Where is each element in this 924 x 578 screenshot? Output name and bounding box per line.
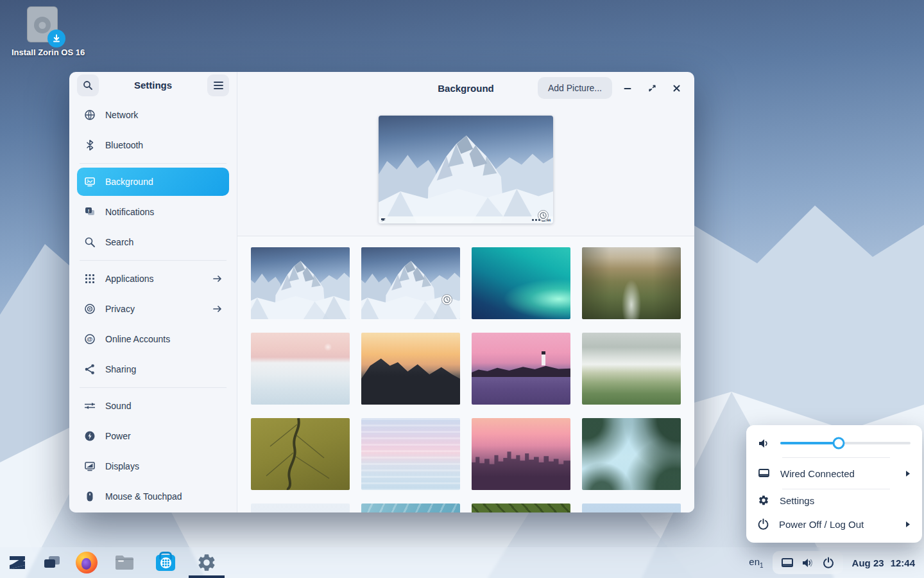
volume-slider-fill: [780, 442, 839, 444]
wallpaper-thumbnail-highway-teal[interactable]: [361, 504, 460, 512]
current-wallpaper-preview: 12:44: [379, 116, 553, 223]
sidebar-item-mouse-touchpad[interactable]: Mouse & Touchpad: [77, 482, 229, 511]
installer-drive-icon: [27, 6, 58, 42]
wallpaper-thumbnail-city-sunset[interactable]: [472, 418, 570, 490]
sidebar-item-privacy[interactable]: Privacy: [77, 295, 229, 323]
chevron-right-icon: [212, 274, 223, 283]
volume-tray-icon: [800, 557, 816, 568]
dynamic-wallpaper-badge-icon: [538, 210, 549, 221]
app-grid-icon: [83, 274, 96, 284]
sidebar-item-sound[interactable]: Sound: [77, 392, 229, 420]
magnifier-icon: [83, 236, 96, 248]
menu-item-settings[interactable]: Settings: [746, 489, 922, 511]
background-panel: Background Add Picture...: [237, 72, 694, 512]
taskbar-settings-button[interactable]: [186, 547, 227, 578]
sidebar-item-background[interactable]: Background: [77, 168, 229, 196]
wallpaper-thumbnail-blue-sky[interactable]: [582, 504, 681, 512]
taskbar-files-button[interactable]: [104, 547, 145, 578]
sidebar-separator: [80, 163, 227, 164]
wallpaper-thumbnail-pastel-sky[interactable]: [361, 418, 460, 490]
sidebar-item-search[interactable]: Search: [77, 228, 229, 256]
volume-slider[interactable]: [780, 442, 911, 444]
bluetooth-icon: [83, 139, 96, 151]
wallpaper-thumbnail-aurora-teal[interactable]: [472, 247, 570, 319]
status-menu-popup: Wired Connected Settings Power Off / Log…: [746, 425, 922, 543]
globe-icon: [83, 109, 96, 121]
power-tray-icon: [820, 557, 837, 568]
taskbar-firefox-button[interactable]: [69, 547, 104, 578]
sidebar-item-applications[interactable]: Applications: [77, 265, 229, 293]
taskbar: en1 Aug 2312:44: [0, 547, 924, 578]
active-app-indicator: [189, 575, 225, 578]
sidebar-item-network[interactable]: Network: [77, 101, 229, 129]
monitor-icon: [83, 460, 96, 472]
wallpaper-thumbnail-lighthouse-pink[interactable]: [472, 333, 570, 405]
taskbar-software-store-button[interactable]: [145, 547, 186, 578]
add-picture-button[interactable]: Add Picture...: [538, 77, 612, 99]
sidebar-item-notifications[interactable]: ! Notifications: [77, 198, 229, 226]
download-badge-icon: [47, 30, 65, 48]
volume-slider-handle[interactable]: [833, 437, 845, 450]
taskbar-window-switcher-button[interactable]: [35, 547, 69, 578]
sidebar-separator: [80, 260, 227, 261]
notification-bubble-icon: !: [83, 206, 96, 218]
menu-item-wired-network[interactable]: Wired Connected: [746, 458, 922, 489]
sidebar-separator: [80, 387, 227, 388]
preview-mini-taskbar: 12:44: [379, 216, 553, 223]
volume-icon: [758, 438, 770, 449]
maximize-button[interactable]: [643, 79, 661, 97]
wallpaper-thumbnail-mountain-snow[interactable]: [251, 247, 350, 319]
wallpaper-thumbnail-mountain-snow-dynamic[interactable]: [361, 247, 460, 319]
sidebar-title: Settings: [134, 80, 172, 91]
sidebar-item-online-accounts[interactable]: @ Online Accounts: [77, 325, 229, 353]
search-button[interactable]: [77, 74, 99, 96]
sidebar-item-power[interactable]: Power: [77, 422, 229, 450]
desktop-icon-label: Install Zorin OS 16: [12, 48, 73, 57]
settings-sidebar: Settings Network Bluetooth Background ! …: [69, 72, 237, 512]
at-sign-icon: @: [83, 333, 96, 345]
gear-icon: [196, 552, 217, 573]
svg-text:@: @: [87, 335, 92, 342]
chevron-right-icon: [212, 304, 223, 313]
wallpaper-thumbnail-misty-valley[interactable]: [582, 333, 681, 405]
wallpaper-thumbnail-desert-river-aerial[interactable]: [251, 418, 350, 490]
file-manager-icon: [114, 554, 135, 572]
power-circle-icon: [83, 430, 96, 442]
wallpaper-grid: [237, 236, 694, 512]
settings-window: Settings Network Bluetooth Background ! …: [69, 72, 694, 512]
menu-button[interactable]: [207, 74, 229, 96]
display-picture-icon: [83, 176, 96, 188]
menu-item-power-off[interactable]: Power Off / Log Out: [746, 511, 922, 537]
current-wallpaper-section: 12:44: [237, 104, 694, 236]
zorin-logo-icon: [7, 554, 28, 571]
wallpaper-thumbnail-pale-dunes[interactable]: [251, 333, 350, 405]
taskbar-clock[interactable]: Aug 2312:44: [852, 557, 915, 568]
target-icon: [83, 303, 96, 315]
sidebar-item-sharing[interactable]: Sharing: [77, 355, 229, 383]
mouse-icon: [83, 491, 96, 502]
keyboard-layout-indicator[interactable]: en1: [749, 556, 763, 569]
software-store-icon: [156, 555, 175, 571]
system-tray-button[interactable]: [773, 551, 843, 574]
sidebar-item-bluetooth[interactable]: Bluetooth: [77, 131, 229, 159]
mini-zorin-logo-icon: [381, 218, 386, 222]
display-tray-icon: [779, 557, 796, 568]
submenu-arrow-icon: [905, 470, 911, 477]
wallpaper-thumbnail-foggy-peak[interactable]: [251, 504, 350, 512]
minimize-button[interactable]: [619, 79, 637, 97]
sidebar-item-displays[interactable]: Displays: [77, 452, 229, 480]
wallpaper-thumbnail-farmland-green[interactable]: [472, 504, 570, 512]
wallpaper-thumbnail-canyon[interactable]: [582, 247, 681, 319]
wallpaper-thumbnail-palm-sky[interactable]: [582, 418, 681, 490]
gear-icon: [758, 495, 769, 506]
taskbar-zorin-menu-button[interactable]: [0, 547, 35, 578]
sliders-icon: [83, 401, 96, 410]
firefox-icon: [76, 552, 98, 574]
submenu-arrow-icon: [905, 521, 911, 528]
install-zorin-desktop-icon[interactable]: Install Zorin OS 16: [12, 6, 73, 57]
svg-text:!: !: [88, 208, 90, 214]
power-icon: [758, 518, 769, 530]
wallpaper-thumbnail-sunset-ridge[interactable]: [361, 333, 460, 405]
close-button[interactable]: [667, 79, 685, 97]
share-icon: [83, 363, 96, 375]
